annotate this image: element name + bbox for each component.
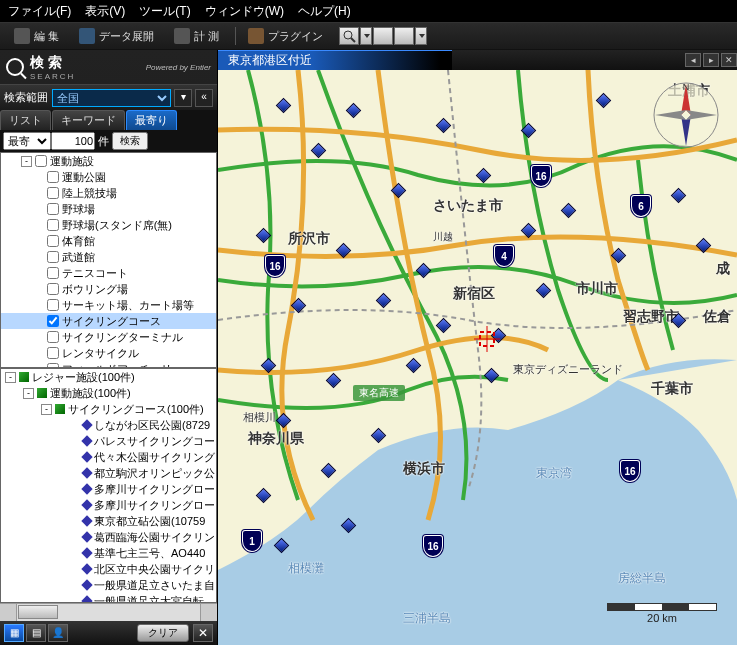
result-item[interactable]: パレスサイクリングコース(5 [1, 433, 216, 449]
collapse-sidebar-button[interactable]: « [195, 89, 213, 107]
expand-icon [79, 28, 95, 44]
category-checkbox[interactable] [47, 283, 59, 295]
tool-dropdown-icon[interactable] [360, 27, 372, 45]
tb-plugin[interactable]: プラグイン [240, 26, 331, 46]
label-kanagawa: 神奈川県 [248, 430, 304, 448]
category-item[interactable]: 体育館 [1, 233, 216, 249]
menu-window[interactable]: ウィンドウ(W) [205, 3, 284, 20]
nearest-mode-select[interactable]: 最寄 [3, 132, 51, 150]
category-checkbox[interactable] [47, 331, 59, 343]
tab-nearest[interactable]: 最寄り [126, 110, 177, 130]
search-subtitle: SEARCH [30, 72, 75, 81]
result-item[interactable]: 北区立中央公園サイクリ [1, 561, 216, 577]
category-item[interactable]: サイクリングコース [1, 313, 216, 329]
results-leaf[interactable]: -サイクリングコース(100件) [1, 401, 216, 417]
menu-view[interactable]: 表示(V) [85, 3, 125, 20]
category-item[interactable]: サーキット場、カート場等 [1, 297, 216, 313]
category-checkbox[interactable] [47, 219, 59, 231]
view-mode-a-button[interactable]: ▦ [4, 624, 24, 642]
poi-icon [81, 563, 92, 574]
search-button[interactable]: 検索 [112, 132, 148, 150]
category-label: フィールドアーチェリー [62, 361, 183, 368]
tool-dropdown2-icon[interactable] [415, 27, 427, 45]
category-item[interactable]: テニスコート [1, 265, 216, 281]
category-item[interactable]: 野球場 [1, 201, 216, 217]
category-item[interactable]: 野球場(スタンド席(無) [1, 217, 216, 233]
results-tree[interactable]: -レジャー施設(100件) -運動施設(100件) -サイクリングコース(100… [0, 368, 217, 603]
category-label: 野球場 [62, 201, 95, 217]
results-branch[interactable]: -運動施設(100件) [1, 385, 216, 401]
map-title: 東京都港区付近 [218, 50, 452, 70]
label-disneyland: 東京ディズニーランド [513, 362, 623, 377]
result-item[interactable]: 葛西臨海公園サイクリン [1, 529, 216, 545]
label-tomei: 東名高速 [353, 385, 405, 401]
category-root[interactable]: -運動施設 [1, 153, 216, 169]
map-next-button[interactable]: ▸ [703, 53, 719, 67]
result-item[interactable]: 一般県道足立さいたま自 [1, 577, 216, 593]
category-checkbox[interactable] [47, 251, 59, 263]
category-item[interactable]: レンタサイクル [1, 345, 216, 361]
scrollbar-thumb[interactable] [18, 605, 58, 619]
map-prev-button[interactable]: ◂ [685, 53, 701, 67]
result-item[interactable]: 代々木公園サイクリング [1, 449, 216, 465]
category-tree[interactable]: -運動施設 運動公園陸上競技場野球場野球場(スタンド席(無)体育館武道館テニスコ… [0, 152, 217, 368]
category-checkbox[interactable] [47, 187, 59, 199]
compass-icon[interactable]: N [649, 78, 723, 152]
category-checkbox[interactable] [47, 203, 59, 215]
scope-label: 検索範囲 [4, 90, 48, 105]
poi-icon [81, 595, 92, 603]
map-close-button[interactable]: ✕ [721, 53, 737, 67]
view-mode-b-button[interactable]: ▤ [26, 624, 46, 642]
result-item[interactable]: 東京都立砧公園(10759 [1, 513, 216, 529]
tab-keyword[interactable]: キーワード [52, 110, 125, 130]
result-item[interactable]: 都立駒沢オリンピック公 [1, 465, 216, 481]
category-checkbox[interactable] [47, 315, 59, 327]
tb-expand[interactable]: データ展開 [71, 26, 162, 46]
menu-file[interactable]: ファイル(F) [8, 3, 71, 20]
poi-icon [81, 547, 92, 558]
result-item[interactable]: 一般県道足立大宮自転 [1, 593, 216, 603]
category-item[interactable]: サイクリングターミナル [1, 329, 216, 345]
map-viewport[interactable]: さいたま市 所沢市 新宿区 市川市 習志野市 佐倉 千葉市 横浜市 神奈川県 土… [218, 70, 737, 645]
route-shield-16c: 16 [620, 460, 640, 482]
category-item[interactable]: 武道館 [1, 249, 216, 265]
view-mode-c-button[interactable]: 👤 [48, 624, 68, 642]
result-label: 基準七主三号、AO440 [94, 545, 205, 561]
window-a-icon[interactable] [373, 27, 393, 45]
svg-line-1 [351, 38, 355, 42]
category-checkbox[interactable] [47, 267, 59, 279]
category-checkbox[interactable] [47, 171, 59, 183]
results-hscrollbar[interactable] [0, 603, 217, 621]
clear-button[interactable]: クリア [137, 624, 189, 642]
window-b-icon[interactable] [394, 27, 414, 45]
result-item[interactable]: 基準七主三号、AO440 [1, 545, 216, 561]
label-na: 成 [716, 260, 730, 278]
result-item[interactable]: 多摩川サイクリングロード [1, 481, 216, 497]
category-item[interactable]: 運動公園 [1, 169, 216, 185]
route-shield-6: 6 [631, 195, 651, 217]
close-results-button[interactable]: ✕ [193, 624, 213, 642]
category-item[interactable]: フィールドアーチェリー [1, 361, 216, 368]
search-title: 検 索 [30, 54, 67, 72]
nearest-count-input[interactable] [51, 132, 95, 150]
tab-list[interactable]: リスト [0, 110, 51, 130]
result-label: パレスサイクリングコース(5 [94, 433, 217, 449]
menu-help[interactable]: ヘルプ(H) [298, 3, 351, 20]
label-saitama: さいたま市 [433, 197, 503, 215]
category-checkbox[interactable] [47, 347, 59, 359]
category-checkbox[interactable] [47, 235, 59, 247]
menu-tool[interactable]: ツール(T) [139, 3, 190, 20]
category-item[interactable]: ボウリング場 [1, 281, 216, 297]
result-item[interactable]: しながわ区民公園(8729 [1, 417, 216, 433]
results-root[interactable]: -レジャー施設(100件) [1, 369, 216, 385]
poi-icon [81, 515, 92, 526]
category-item[interactable]: 陸上競技場 [1, 185, 216, 201]
category-label: サイクリングターミナル [62, 329, 183, 345]
tb-measure[interactable]: 計 測 [166, 26, 227, 46]
zoom-icon[interactable] [339, 27, 359, 45]
tb-edit[interactable]: 編 集 [6, 26, 67, 46]
scope-select[interactable]: 全国 [52, 89, 171, 107]
scope-dropdown-button[interactable]: ▾ [174, 89, 192, 107]
category-checkbox[interactable] [47, 299, 59, 311]
result-item[interactable]: 多摩川サイクリングロード [1, 497, 216, 513]
